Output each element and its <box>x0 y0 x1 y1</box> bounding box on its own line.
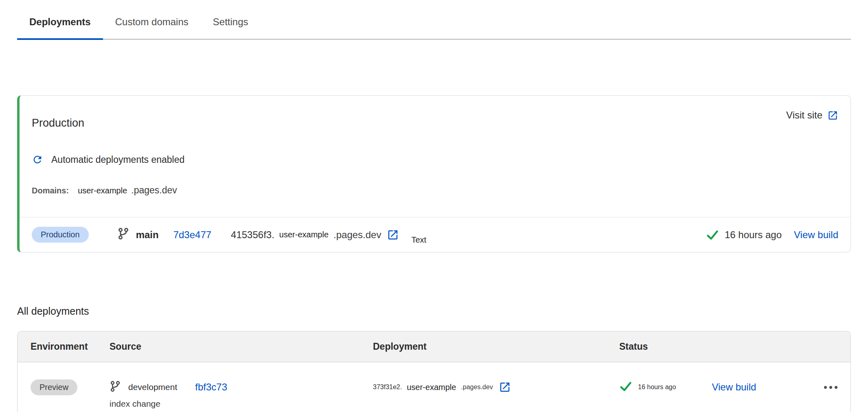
commit-message: index change <box>110 399 373 409</box>
deployment-url-prefix: 373f31e2. <box>373 384 402 391</box>
check-icon <box>619 380 632 394</box>
environment-badge: Production <box>32 227 89 243</box>
column-header-source: Source <box>110 341 373 352</box>
check-icon <box>706 228 719 241</box>
external-link-icon <box>827 110 838 121</box>
deployment-time: 16 hours ago <box>638 384 676 391</box>
all-deployments-heading: All deployments <box>17 305 851 317</box>
visit-site-label: Visit site <box>786 110 822 121</box>
external-link-icon[interactable] <box>381 229 399 241</box>
row-note: Text <box>411 235 426 245</box>
domain-suffix: .pages.dev <box>131 185 177 196</box>
status-group: 16 hours ago View build <box>706 228 838 241</box>
auto-deployments-text: Automatic deployments enabled <box>51 154 184 165</box>
status-cell: 16 hours ago View build <box>619 378 838 409</box>
environment-cell: Preview <box>31 378 110 409</box>
auto-deployments-status: Automatic deployments enabled <box>20 154 850 165</box>
deployment-url: 415356f3. user-example .pages.dev <box>231 229 399 241</box>
branch-group: main <box>117 228 159 242</box>
environment-badge: Preview <box>31 379 77 395</box>
commit-link[interactable]: fbf3c73 <box>195 381 227 393</box>
git-branch-icon <box>110 381 121 394</box>
page: Deployments Custom domains Settings Prod… <box>0 12 868 412</box>
production-card-header: Production Visit site <box>20 96 850 137</box>
deployment-url-subdomain: user-example <box>407 383 456 392</box>
branch-name: development <box>128 382 177 392</box>
source-cell: development fbf3c73 index change <box>110 378 373 409</box>
tab-custom-domains[interactable]: Custom domains <box>103 12 201 40</box>
view-build-link[interactable]: View build <box>794 229 838 241</box>
domains-label: Domains: <box>32 186 69 195</box>
git-branch-icon <box>117 228 129 242</box>
commit-link[interactable]: 7d3e477 <box>173 229 211 241</box>
table-header-row: Environment Source Deployment Status <box>18 331 850 362</box>
visit-site-link[interactable]: Visit site <box>786 110 838 121</box>
tab-bar: Deployments Custom domains Settings <box>17 12 851 40</box>
column-header-deployment: Deployment <box>373 341 619 352</box>
deployment-url: 373f31e2. user-example .pages.dev <box>373 381 511 393</box>
deployment-cell: 373f31e2. user-example .pages.dev <box>373 378 619 409</box>
production-card: Production Visit site Automatic deployme… <box>17 95 851 252</box>
branch-name: main <box>136 229 159 241</box>
deployment-time: 16 hours ago <box>725 229 782 241</box>
refresh-icon <box>32 154 43 165</box>
more-actions-button[interactable] <box>823 384 838 391</box>
production-deployment-row: Production main 7d3e477 415356f3. user-e… <box>20 217 850 252</box>
deployments-table: Environment Source Deployment Status Pre… <box>17 331 851 412</box>
deployment-url-prefix: 415356f3. <box>231 229 274 241</box>
domain-subdomain: user-example <box>78 186 127 195</box>
external-link-icon[interactable] <box>493 381 511 393</box>
deployment-url-suffix: .pages.dev <box>461 384 493 391</box>
tab-deployments[interactable]: Deployments <box>17 12 103 40</box>
deployment-url-suffix: .pages.dev <box>333 229 381 241</box>
deployment-url-subdomain: user-example <box>279 230 329 239</box>
column-header-environment: Environment <box>31 341 110 352</box>
table-row: Preview development fbf3 <box>18 362 850 412</box>
production-title: Production <box>32 117 84 129</box>
view-build-link[interactable]: View build <box>712 381 756 393</box>
tab-settings[interactable]: Settings <box>201 12 261 40</box>
domains-line: Domains: user-example .pages.dev <box>20 185 850 196</box>
column-header-status: Status <box>619 341 838 352</box>
